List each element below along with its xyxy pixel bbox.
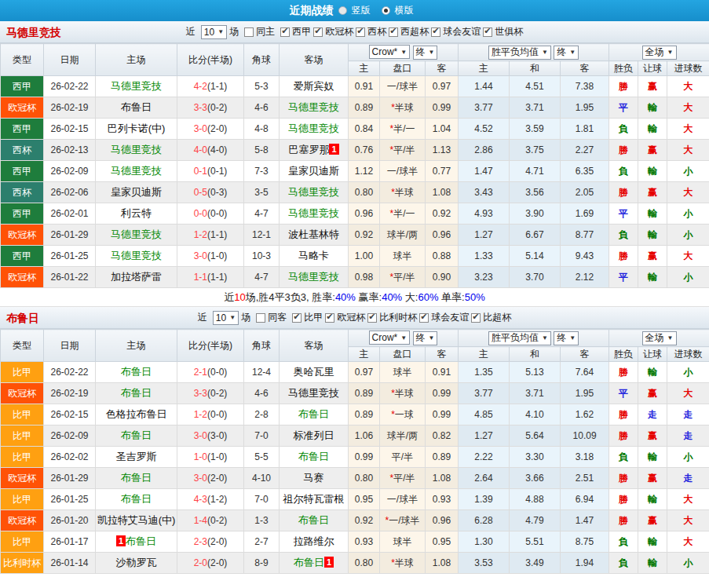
sub-column-header: 让球 <box>638 61 667 76</box>
league-checkbox[interactable] <box>471 313 481 323</box>
away-team-cell: 皇家贝迪斯 <box>280 161 349 182</box>
away-odds-cell: 0.90 <box>426 267 459 288</box>
results-table-brugge: 类型日期主场比分(半场)角球客场Crow*▼ 终▼胜平负均值▼ 终▼全场▼主盘口… <box>0 329 709 574</box>
handicap-cell: 一/球半 <box>380 489 426 510</box>
league-checkbox[interactable] <box>367 313 377 323</box>
full-time-score: 0-1 <box>194 166 207 177</box>
league-checkbox[interactable] <box>280 27 290 37</box>
chevron-down-icon: ▼ <box>217 28 224 35</box>
match-count-select[interactable]: 10▼ <box>213 311 239 325</box>
away-team-name: 马德里竞技 <box>288 122 339 134</box>
half-time-score: (4-0) <box>207 144 227 155</box>
league-checkbox[interactable] <box>356 27 365 37</box>
select-value: 终 <box>557 46 566 59</box>
league-checkbox[interactable] <box>325 313 334 323</box>
half-time-score: (0-0) <box>207 367 227 378</box>
summary-part: 50% <box>465 291 485 303</box>
away-team-name: 马德里竞技 <box>288 271 339 283</box>
league-type-cell: 比利时杯 <box>1 553 44 574</box>
column-header: 类型 <box>1 44 44 76</box>
full-time-score: 3-0 <box>194 123 207 134</box>
away-team-name: 布鲁日 <box>298 408 329 420</box>
league-checkbox[interactable] <box>292 313 302 323</box>
chevron-down-icon: ▼ <box>542 334 548 341</box>
scope-select[interactable]: 全场▼ <box>642 46 677 60</box>
league-type-cell: 欧冠杯 <box>1 97 44 119</box>
euro-away-odds-cell: 1.47 <box>561 510 609 531</box>
away-team-name: 马德里竞技 <box>288 207 339 219</box>
away-team-name: 巴塞罗那 <box>288 144 329 155</box>
half-time-score: (3-0) <box>207 430 227 441</box>
home-odds-cell: 1.00 <box>349 246 380 267</box>
league-checkbox[interactable] <box>483 27 492 37</box>
euro-odds-select[interactable]: 胜平负均值▼ <box>488 331 551 345</box>
away-team-name: 拉路维尔 <box>294 535 334 547</box>
section-bar-atletico: 马德里竞技 近10▼场同主西甲欧冠杯西杯西超杯球会友谊世俱杯 <box>0 21 709 43</box>
corners-cell: 1-3 <box>244 510 280 531</box>
euro-stage-select[interactable]: 终▼ <box>554 46 579 60</box>
euro-odds-select[interactable]: 胜平负均值▼ <box>488 46 551 60</box>
league-checkbox[interactable] <box>389 27 398 37</box>
odds-provider-select[interactable]: Crow*▼ <box>369 331 411 345</box>
match-count-select[interactable]: 10▼ <box>201 25 227 39</box>
euro-stage-select[interactable]: 终▼ <box>554 331 579 345</box>
match-date-cell: 26-01-17 <box>44 531 96 553</box>
handicap-result-cell: 輸 <box>638 119 667 140</box>
match-row: 西甲26-01-25马德里竞技3-0(1-0)10-3马略卡1.00球半0.88… <box>1 246 709 267</box>
sub-column-header: 胜负 <box>609 61 638 76</box>
scope-select[interactable]: 全场▼ <box>642 331 677 345</box>
select-value: 胜平负均值 <box>492 331 539 345</box>
handicap-value: 半球 <box>395 388 414 399</box>
euro-draw-odds-cell: 3.49 <box>510 553 561 574</box>
handicap-result-cell: 輸 <box>638 203 667 225</box>
horizontal-layout-radio[interactable] <box>382 6 390 15</box>
score-cell: 4-2(1-1) <box>177 76 244 97</box>
corners-cell: 5-8 <box>244 140 280 161</box>
home-odds-cell: 0.84 <box>349 119 380 140</box>
handicap-cell: 球半 <box>380 362 426 383</box>
home-odds-cell: 0.93 <box>349 531 380 553</box>
horizontal-layout-label[interactable]: 横版 <box>395 4 414 17</box>
near-label: 近 <box>186 25 196 38</box>
match-date-cell: 26-01-25 <box>44 246 96 267</box>
match-result-cell: 勝 <box>609 246 638 267</box>
match-result-cell: 平 <box>609 203 638 225</box>
league-checkbox[interactable] <box>419 313 429 323</box>
results-table-atletico: 类型日期主场比分(半场)角球客场Crow*▼ 终▼胜平负均值▼ 终▼全场▼主盘口… <box>0 43 709 288</box>
handicap-value: 平/半 <box>393 473 415 484</box>
corners-cell: 12-1 <box>244 225 280 246</box>
home-odds-cell: 0.80 <box>349 553 380 574</box>
match-date-cell: 26-01-14 <box>44 553 96 574</box>
corners-cell: 12-4 <box>244 362 280 383</box>
same-venue-checkbox[interactable] <box>244 27 254 37</box>
match-date-cell: 26-01-29 <box>44 468 96 489</box>
league-checkbox[interactable] <box>431 27 440 37</box>
match-result-cell: 負 <box>609 119 638 140</box>
away-team-cell: 马德里竞技 <box>280 267 349 288</box>
away-odds-cell: 0.82 <box>426 425 459 447</box>
match-row: 比甲26-02-15色格拉布鲁日1-2(0-0)2-8布鲁日0.89*一球0.9… <box>1 404 709 425</box>
vertical-layout-radio[interactable] <box>338 6 347 15</box>
euro-home-odds-cell: 6.28 <box>459 510 510 531</box>
same-venue-checkbox[interactable] <box>256 313 265 323</box>
league-checkbox[interactable] <box>313 27 323 37</box>
sub-column-header: 胜负 <box>609 347 638 362</box>
match-date-cell: 26-02-01 <box>44 203 96 225</box>
vertical-layout-label[interactable]: 竖版 <box>352 4 371 17</box>
odds-provider-select[interactable]: Crow*▼ <box>369 45 411 59</box>
summary-part: 近 <box>224 291 234 303</box>
away-team-cell: 标准列日 <box>280 425 349 447</box>
odds-stage-select[interactable]: 终▼ <box>413 46 438 60</box>
away-odds-cell: 0.97 <box>426 76 459 97</box>
team-title: 布鲁日 <box>6 307 39 329</box>
euro-away-odds-cell: 1.69 <box>561 203 609 225</box>
corners-cell: 3-5 <box>244 182 280 203</box>
away-odds-cell: 1.13 <box>426 140 459 161</box>
corners-cell: 4-7 <box>244 203 280 225</box>
odds-stage-select[interactable]: 终▼ <box>413 331 438 345</box>
handicap-result-cell: 輸 <box>638 553 667 574</box>
near-label: 近 <box>198 311 207 324</box>
corners-cell: 4-10 <box>244 468 280 489</box>
league-type-cell: 西甲 <box>1 161 44 182</box>
away-odds-cell: 0.96 <box>426 225 459 246</box>
